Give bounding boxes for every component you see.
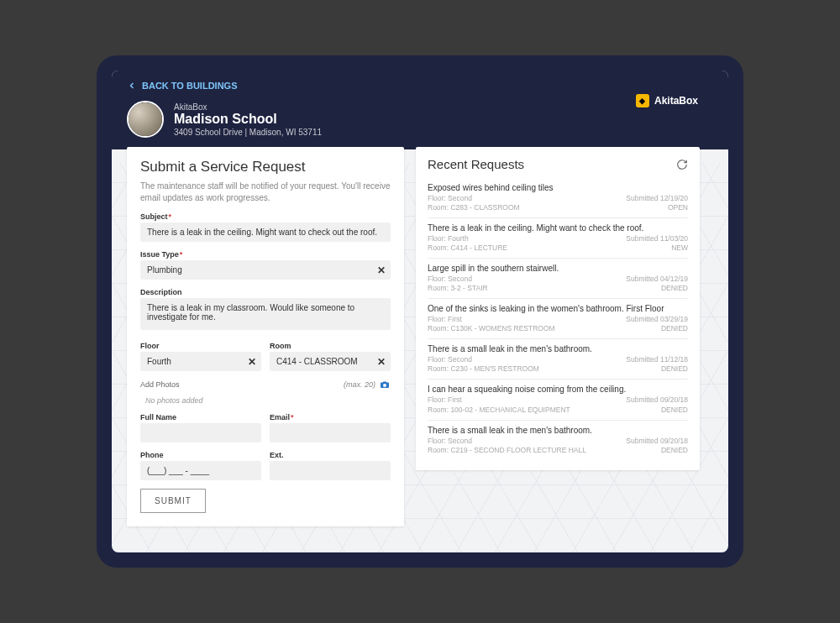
building-avatar [127, 101, 164, 138]
arrow-left-icon [127, 81, 137, 91]
submit-button[interactable]: SUBMIT [140, 489, 206, 513]
brand-name: AkitaBox [654, 95, 698, 107]
request-status: Submitted 09/20/18DENIED [626, 437, 688, 455]
description-input[interactable]: There is a leak in my classroom. Would l… [140, 298, 391, 330]
request-status: Submitted 11/12/18DENIED [626, 355, 688, 374]
request-status: Submitted 04/12/19DENIED [626, 275, 688, 293]
request-item[interactable]: Large spill in the southern stairwell.Fl… [428, 259, 688, 299]
request-item[interactable]: There is a leak in the ceiling. Might wa… [428, 218, 688, 259]
request-status: Submitted 11/03/20NEW [626, 234, 688, 253]
recent-requests-title: Recent Requests [428, 157, 524, 171]
floor-clear-icon[interactable]: ✕ [248, 356, 256, 368]
recent-requests-panel: Recent Requests Exposed wires behind cei… [416, 147, 700, 470]
back-label: BACK TO BUILDINGS [142, 81, 237, 91]
email-input[interactable] [270, 423, 391, 442]
request-status: Submitted 09/20/18DENIED [626, 395, 688, 414]
issue-type-input[interactable] [140, 260, 391, 280]
request-meta: Floor: SecondRoom: C230 - MEN'S RESTROOM [428, 355, 539, 374]
request-item[interactable]: There is a small leak in the men's bathr… [428, 421, 688, 460]
room-label: Room [270, 342, 391, 350]
brand-logo-icon: ◆ [636, 94, 649, 107]
request-title: There is a leak in the ceiling. Might wa… [428, 223, 688, 233]
no-photos-text: No photos added [140, 393, 391, 413]
brand: ◆ AkitaBox [636, 94, 698, 107]
request-title: There is a small leak in the men's bathr… [428, 344, 688, 353]
subject-label: Subject* [140, 212, 391, 221]
request-title: One of the sinks is leaking in the women… [428, 304, 688, 313]
add-photos-label: Add Photos [140, 380, 180, 389]
request-item[interactable]: One of the sinks is leaking in the women… [428, 299, 688, 339]
building-name: Madison School [174, 112, 322, 127]
request-title: Exposed wires behind ceiling tiles [428, 183, 688, 192]
form-title: Submit a Service Request [140, 159, 391, 175]
phone-label: Phone [140, 451, 261, 459]
phone-input[interactable] [140, 461, 261, 480]
org-name: AkitaBox [174, 102, 322, 112]
request-meta: Floor: FirstRoom: C130K - WOMENS RESTROO… [428, 315, 555, 333]
request-status: Submitted 12/19/20OPEN [626, 194, 688, 212]
request-meta: Floor: SecondRoom: C283 - CLASSROOM [428, 194, 520, 212]
floor-label: Floor [140, 342, 261, 350]
room-clear-icon[interactable]: ✕ [377, 356, 386, 368]
recent-requests-list: Exposed wires behind ceiling tilesFloor:… [428, 178, 688, 460]
refresh-icon[interactable] [676, 159, 688, 170]
device-frame: BACK TO BUILDINGS ◆ AkitaBox AkitaBox Ma… [97, 55, 743, 568]
request-item[interactable]: Exposed wires behind ceiling tilesFloor:… [428, 178, 688, 218]
subject-input[interactable] [140, 222, 391, 242]
request-status: Submitted 03/29/19DENIED [626, 315, 688, 333]
issue-type-label: Issue Type* [140, 250, 391, 259]
header-bar: BACK TO BUILDINGS ◆ AkitaBox AkitaBox Ma… [112, 71, 728, 149]
email-label: Email* [270, 413, 391, 421]
request-title: There is a small leak in the men's bathr… [428, 426, 688, 435]
request-meta: Floor: SecondRoom: C219 - SECOND FLOOR L… [428, 437, 586, 455]
request-title: Large spill in the southern stairwell. [428, 264, 688, 273]
back-to-buildings-link[interactable]: BACK TO BUILDINGS [127, 81, 237, 91]
issue-type-clear-icon[interactable]: ✕ [377, 264, 386, 276]
photos-max-label: (max. 20) [344, 380, 375, 389]
request-meta: Floor: SecondRoom: 3-2 - STAIR [428, 275, 488, 293]
building-address: 3409 School Drive | Madison, WI 53711 [174, 128, 322, 137]
camera-icon[interactable] [379, 380, 391, 390]
room-input[interactable] [270, 352, 391, 371]
full-name-label: Full Name [140, 413, 261, 421]
ext-input[interactable] [270, 461, 391, 480]
app-window: BACK TO BUILDINGS ◆ AkitaBox AkitaBox Ma… [112, 71, 728, 552]
form-description: The maintenance staff will be notified o… [140, 181, 391, 204]
description-label: Description [140, 288, 391, 296]
ext-label: Ext. [270, 451, 391, 459]
floor-input[interactable] [140, 352, 261, 371]
request-title: I can hear a squeaking noise coming from… [428, 385, 688, 394]
service-request-form: Submit a Service Request The maintenance… [127, 147, 404, 526]
request-item[interactable]: I can hear a squeaking noise coming from… [428, 380, 688, 420]
request-item[interactable]: There is a small leak in the men's bathr… [428, 339, 688, 380]
request-meta: Floor: FirstRoom: 100-02 - MECHANICAL EQ… [428, 395, 570, 414]
building-header: AkitaBox Madison School 3409 School Driv… [127, 101, 713, 138]
request-meta: Floor: FourthRoom: C414 - LECTURE [428, 234, 507, 253]
full-name-input[interactable] [140, 423, 261, 442]
